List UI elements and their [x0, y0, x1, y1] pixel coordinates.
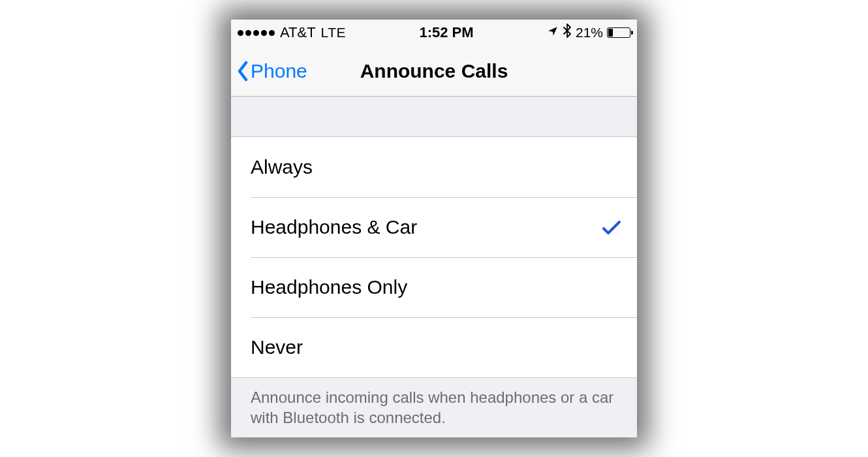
nav-bar: Phone Announce Calls [231, 46, 637, 97]
chevron-left-icon [236, 60, 249, 82]
back-button[interactable]: Phone [236, 60, 307, 82]
back-label: Phone [251, 60, 307, 82]
status-bar: AT&T LTE 1:52 PM 21% [231, 20, 637, 46]
status-left: AT&T LTE [238, 24, 346, 41]
options-list: Always Headphones & Car Headphones Only … [231, 137, 637, 378]
option-label: Headphones Only [251, 276, 407, 298]
option-headphones-car[interactable]: Headphones & Car [231, 197, 637, 257]
battery-icon [607, 27, 630, 38]
status-right: 21% [547, 24, 630, 42]
option-headphones-only[interactable]: Headphones Only [231, 257, 637, 317]
bluetooth-icon [563, 24, 572, 42]
option-label: Headphones & Car [251, 216, 417, 238]
option-never[interactable]: Never [231, 317, 637, 377]
group-spacer [231, 97, 637, 137]
option-always[interactable]: Always [231, 137, 637, 197]
checkmark-icon [602, 219, 619, 236]
clock-label: 1:52 PM [419, 24, 473, 41]
settings-screen: AT&T LTE 1:52 PM 21% [231, 20, 637, 437]
carrier-label: AT&T [280, 24, 316, 41]
location-icon [547, 24, 559, 41]
network-type-label: LTE [321, 25, 346, 40]
signal-strength-icon [238, 30, 275, 36]
footer-description: Announce incoming calls when headphones … [231, 378, 637, 437]
option-label: Never [251, 336, 303, 358]
battery-percent-label: 21% [576, 25, 603, 40]
option-label: Always [251, 156, 313, 178]
